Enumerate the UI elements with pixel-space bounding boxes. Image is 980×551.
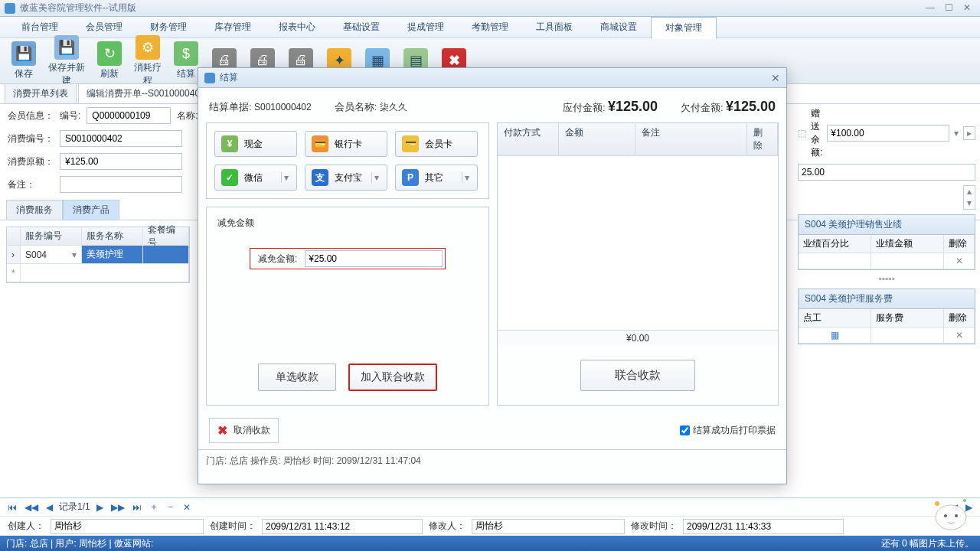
menu-tools[interactable]: 工具面板: [522, 17, 586, 37]
tool-save-new[interactable]: 💾保存并新建: [43, 32, 90, 90]
dialog-close-button[interactable]: ✕: [771, 72, 780, 84]
svg-point-1: [944, 514, 947, 517]
subtab-product[interactable]: 消费产品: [63, 200, 119, 220]
chevron-down-icon[interactable]: ▾: [371, 172, 381, 183]
chevron-down-icon[interactable]: ▾: [462, 172, 471, 183]
cell-pkg: [143, 246, 189, 264]
mascot-icon: [926, 487, 975, 533]
record-position: 记录1/1: [59, 500, 90, 514]
waive-input[interactable]: [305, 250, 443, 267]
tool-save[interactable]: 💾保存: [5, 38, 43, 83]
order-no: S0010000402: [254, 102, 312, 112]
pay-card[interactable]: 💳会员卡: [395, 131, 478, 157]
col-marker: [7, 227, 21, 246]
amount-label: 消费原额：: [8, 155, 54, 168]
save-icon: 💾: [11, 41, 36, 66]
dialog-logo-icon: [204, 73, 215, 83]
ctime-input[interactable]: [262, 519, 423, 534]
amount-input[interactable]: [60, 153, 182, 170]
member-no-input[interactable]: [87, 107, 171, 124]
spinner-down[interactable]: ▾: [964, 197, 975, 209]
cancel-collect-button[interactable]: ✖ 取消收款: [209, 418, 279, 443]
spinner-up[interactable]: ▴: [964, 186, 975, 197]
combined-collect-button[interactable]: 联合收款: [580, 360, 695, 391]
panel-fee-title: S004 美颈护理服务费: [799, 289, 975, 309]
name-label: 名称:: [177, 109, 198, 122]
nav-cancel[interactable]: ✕: [181, 502, 192, 513]
tab-list[interactable]: 消费开单列表: [5, 83, 77, 103]
single-collect-button[interactable]: 单选收款: [258, 364, 336, 391]
minimize-button[interactable]: —: [922, 2, 939, 15]
waive-row: 减免金额:: [250, 248, 446, 269]
row-delete[interactable]: ✕: [944, 253, 975, 269]
consume-no-label: 消费编号：: [8, 132, 54, 145]
table-row[interactable]: › S004▾ 美颈护理: [7, 246, 189, 264]
nav-prev[interactable]: ◀: [44, 502, 54, 513]
member-name: 柒久久: [380, 102, 407, 112]
menu-mall[interactable]: 商城设置: [586, 17, 651, 37]
remark-input[interactable]: [60, 176, 182, 193]
gift-btn-icon[interactable]: ▸: [963, 126, 975, 140]
status-bar: 门店: 总店 | 用户: 周怡杉 | 傲蓝网站: 还有 0 幅图片未上传。: [0, 536, 980, 551]
menu-basic[interactable]: 基础设置: [329, 17, 394, 37]
row-delete[interactable]: ✕: [944, 328, 975, 344]
dialog-title: 结算: [220, 71, 238, 84]
service-grid: 服务编号 服务名称 套餐编号 › S004▾ 美颈护理 *: [6, 227, 190, 283]
record-navigator: ⏮ ◀◀ ◀ 记录1/1 ▶ ▶▶ ⏭ ＋ － ✕ ◀ ▶: [0, 497, 980, 516]
nav-next-page[interactable]: ▶▶: [109, 502, 126, 513]
tool-refresh[interactable]: ↻刷新: [90, 38, 129, 83]
tab-edit[interactable]: 编辑消费开单--S0010000402: [78, 83, 214, 103]
tool-consume[interactable]: ⚙消耗疗程: [129, 32, 167, 90]
wechat-icon: ✓: [221, 169, 238, 186]
pay-wechat[interactable]: ✓微信▾: [214, 165, 297, 191]
refresh-icon: ↻: [97, 41, 122, 66]
meta-row: 创建人： 创建时间： 修改人： 修改时间：: [0, 516, 980, 536]
pay-bank[interactable]: 💳银行卡: [305, 131, 387, 157]
menu-commission[interactable]: 提成管理: [394, 17, 458, 37]
nav-add[interactable]: ＋: [148, 500, 160, 514]
menu-report[interactable]: 报表中心: [265, 17, 329, 37]
chevron-down-icon[interactable]: ▾: [281, 172, 290, 183]
print-after-checkbox[interactable]: 结算成功后打印票据: [680, 424, 776, 437]
svg-point-4: [963, 499, 966, 502]
status-left: 门店: 总店 | 用户: 周怡杉 | 傲蓝网站:: [6, 537, 153, 550]
menu-object[interactable]: 对象管理: [651, 17, 717, 39]
nav-del[interactable]: －: [165, 500, 177, 514]
panel-splitter[interactable]: ▪▪▪▪▪: [798, 273, 975, 284]
consume-no-input[interactable]: [60, 130, 182, 147]
nav-last[interactable]: ⏭: [131, 502, 143, 513]
gift-label: 赠送余额:: [811, 107, 822, 159]
nav-next[interactable]: ▶: [95, 502, 105, 513]
pay-cash[interactable]: ¥现金: [214, 131, 297, 157]
mtime-input[interactable]: [683, 519, 844, 534]
close-button[interactable]: ✕: [959, 2, 975, 15]
alipay-icon: 支: [312, 169, 328, 186]
svg-point-2: [955, 514, 958, 517]
cell-name: 美颈护理: [82, 246, 143, 264]
waive-title: 减免金额: [217, 217, 478, 230]
pay-alipay[interactable]: 支支付宝▾: [305, 165, 387, 191]
right-value-input[interactable]: [798, 164, 975, 181]
join-combined-button[interactable]: 加入联合收款: [348, 364, 437, 391]
payment-list-panel: 付款方式 金额 备注 删除 ¥0.00 联合收款: [497, 122, 779, 406]
col-pkg: 套餐编号: [143, 227, 189, 246]
panel-sales-title: S004 美颈护理销售业绩: [799, 215, 975, 235]
panel-sales: S004 美颈护理销售业绩 业绩百分比 业绩金额 删除 ✕: [798, 214, 975, 270]
subtab-service[interactable]: 消费服务: [6, 200, 63, 220]
footer: ⏮ ◀◀ ◀ 记录1/1 ▶ ▶▶ ⏭ ＋ － ✕ ◀ ▶ 创建人： 创建时间：…: [0, 497, 980, 551]
nav-first[interactable]: ⏮: [6, 502, 18, 513]
panel-add-icon[interactable]: ▦: [799, 328, 871, 344]
menu-stock[interactable]: 库存管理: [201, 17, 265, 37]
maximize-button[interactable]: ☐: [940, 2, 957, 15]
gift-input[interactable]: [827, 125, 949, 142]
bank-icon: 💳: [312, 135, 328, 152]
menu-attendance[interactable]: 考勤管理: [458, 17, 522, 37]
creator-input[interactable]: [51, 519, 204, 534]
member-card-icon: 💳: [402, 135, 419, 152]
modifier-input[interactable]: [472, 519, 625, 534]
window-titlebar: 傲蓝美容院管理软件--试用版 — ☐ ✕: [0, 0, 980, 17]
cash-icon: ¥: [221, 135, 238, 152]
gift-icon: ⬚: [798, 128, 806, 139]
pay-other[interactable]: P其它▾: [395, 165, 478, 191]
nav-prev-page[interactable]: ◀◀: [23, 502, 40, 513]
